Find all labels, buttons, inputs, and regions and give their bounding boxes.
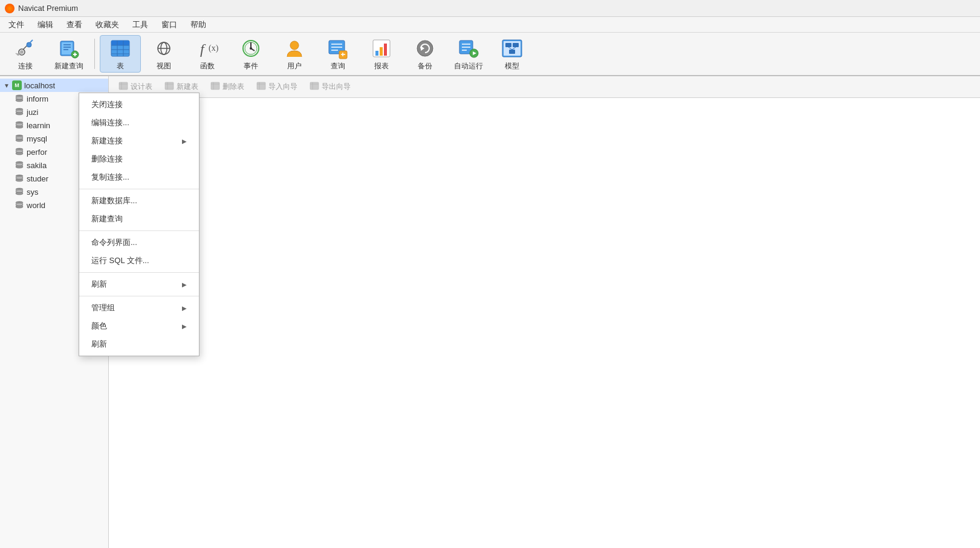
ctx-label-new-db: 新建数据库... [91, 195, 137, 206]
db-icon [15, 134, 24, 143]
toolbar-btn-auto-run[interactable]: 自动运行 [448, 35, 489, 73]
menu-bar: 文件编辑查看收藏夹工具窗口帮助 [0, 17, 980, 33]
toolbar-btn-report[interactable]: 报表 [361, 35, 402, 73]
db-name-sakila: sakila [27, 161, 47, 170]
toolbar-btn-connect[interactable]: 连接 [5, 35, 46, 73]
svg-point-91 [16, 206, 23, 208]
db-icon [15, 187, 24, 197]
ctx-label-run-sql: 运行 SQL 文件... [91, 255, 149, 266]
ctx-submenu-arrow-new-conn: ▶ [182, 138, 187, 145]
connection-icon: M [12, 80, 22, 90]
ctx-label-delete-conn: 删除连接 [91, 154, 123, 165]
toolbar-btn-label-view: 视图 [157, 61, 171, 71]
svg-point-30 [290, 41, 299, 50]
ctx-item-refresh[interactable]: 刷新▶ [79, 275, 199, 293]
svg-rect-105 [310, 82, 319, 90]
sec-btn-label-delete-table: 删除表 [222, 82, 244, 92]
title-bar: Navicat Premium [0, 0, 980, 17]
toolbar-btn-label-function: 函数 [200, 61, 215, 71]
ctx-item-command-line[interactable]: 命令列界面... [79, 233, 199, 252]
db-icon [15, 120, 24, 130]
ctx-label-close-conn: 关闭连接 [91, 99, 123, 110]
toolbar-btn-label-report: 报表 [374, 61, 389, 71]
svg-rect-52 [505, 43, 511, 47]
content-area: 设计表 新建表 删除表 导入向导 导出向导 [109, 76, 980, 548]
ctx-item-new-query[interactable]: 新建查询 [79, 210, 199, 228]
menu-item-编辑[interactable]: 编辑 [31, 18, 59, 32]
table-icon [109, 37, 132, 60]
svg-point-63 [16, 113, 23, 115]
svg-point-92 [16, 203, 23, 206]
toolbar-btn-model[interactable]: 模型 [492, 35, 533, 73]
ctx-item-new-conn[interactable]: 新建连接▶ [79, 132, 199, 150]
toolbar-btn-new-query[interactable]: 新建查询 [48, 35, 89, 73]
db-name-sys: sys [27, 188, 39, 197]
menu-item-工具[interactable]: 工具 [126, 18, 154, 32]
db-name-inform: inform [27, 94, 48, 103]
query-icon [326, 37, 349, 60]
ctx-separator-sep2 [79, 296, 199, 296]
ctx-item-new-db[interactable]: 新建数据库... [79, 192, 199, 210]
menu-item-帮助[interactable]: 帮助 [184, 18, 212, 32]
svg-point-64 [16, 110, 23, 113]
svg-rect-54 [509, 50, 515, 54]
toolbar-btn-label-query: 查询 [331, 61, 345, 71]
ctx-separator-after-copy-conn [79, 189, 199, 189]
ctx-item-refresh2[interactable]: 刷新 [79, 335, 199, 353]
sec-btn-import-wizard[interactable]: 导入向导 [251, 79, 302, 94]
db-icon [15, 200, 24, 210]
svg-point-3 [17, 53, 19, 56]
toolbar-btn-function[interactable]: f (x) 函数 [187, 35, 228, 73]
svg-rect-41 [384, 44, 387, 56]
toolbar-btn-label-user: 用户 [287, 61, 302, 71]
db-name-studer: studer [27, 174, 48, 183]
toolbar-btn-event[interactable]: 事件 [230, 35, 271, 73]
svg-rect-39 [375, 51, 378, 56]
sec-btn-delete-table[interactable]: 删除表 [206, 79, 249, 94]
ctx-label-manage-group: 管理组 [91, 302, 115, 313]
ctx-item-copy-conn[interactable]: 复制连接... [79, 168, 199, 186]
svg-rect-6 [62, 42, 73, 54]
toolbar-btn-label-model: 模型 [505, 61, 519, 71]
ctx-item-delete-conn[interactable]: 删除连接 [79, 150, 199, 168]
menu-item-收藏夹[interactable]: 收藏夹 [89, 18, 125, 32]
svg-point-67 [16, 126, 23, 128]
ctx-label-new-conn: 新建连接 [91, 135, 123, 146]
svg-rect-93 [119, 82, 128, 90]
ctx-submenu-arrow-refresh: ▶ [182, 281, 187, 288]
svg-rect-40 [380, 47, 383, 56]
ctx-item-run-sql[interactable]: 运行 SQL 文件... [79, 252, 199, 270]
ctx-item-manage-group[interactable]: 管理组▶ [79, 299, 199, 317]
sec-btn-export-wizard[interactable]: 导出向导 [305, 79, 355, 94]
connect-icon [14, 37, 37, 60]
toolbar-btn-table[interactable]: 表 [100, 35, 141, 73]
menu-item-文件[interactable]: 文件 [2, 18, 30, 32]
svg-rect-99 [211, 82, 219, 90]
menu-item-查看[interactable]: 查看 [60, 18, 88, 32]
ctx-label-edit-conn: 编辑连接... [91, 117, 129, 128]
db-name-mysql: mysql [27, 134, 47, 143]
toolbar-btn-query[interactable]: 查询 [317, 35, 359, 73]
db-icon [15, 94, 24, 103]
view-icon [152, 37, 175, 60]
ctx-item-close-conn[interactable]: 关闭连接 [79, 96, 199, 114]
svg-point-83 [16, 179, 23, 181]
report-icon [370, 37, 393, 60]
menu-item-窗口[interactable]: 窗口 [155, 18, 183, 32]
sidebar-connection[interactable]: ▼ M localhost [0, 79, 108, 92]
toolbar-btn-label-event: 事件 [244, 61, 258, 71]
ctx-submenu-arrow-color: ▶ [182, 323, 187, 330]
ctx-item-color[interactable]: 颜色▶ [79, 317, 199, 335]
db-icon [15, 160, 24, 170]
svg-point-60 [16, 97, 23, 99]
toolbar-btn-backup[interactable]: 备份 [404, 35, 446, 73]
event-icon [239, 37, 262, 60]
svg-point-84 [16, 177, 23, 179]
ctx-item-edit-conn[interactable]: 编辑连接... [79, 114, 199, 132]
secondary-toolbar: 设计表 新建表 删除表 导入向导 导出向导 [109, 76, 980, 98]
svg-text:f: f [200, 41, 206, 57]
toolbar-btn-label-new-query: 新建查询 [54, 61, 83, 71]
toolbar-btn-user[interactable]: 用户 [274, 35, 315, 73]
ctx-separator-after-new-query [79, 230, 199, 231]
toolbar-btn-view[interactable]: 视图 [143, 35, 184, 73]
